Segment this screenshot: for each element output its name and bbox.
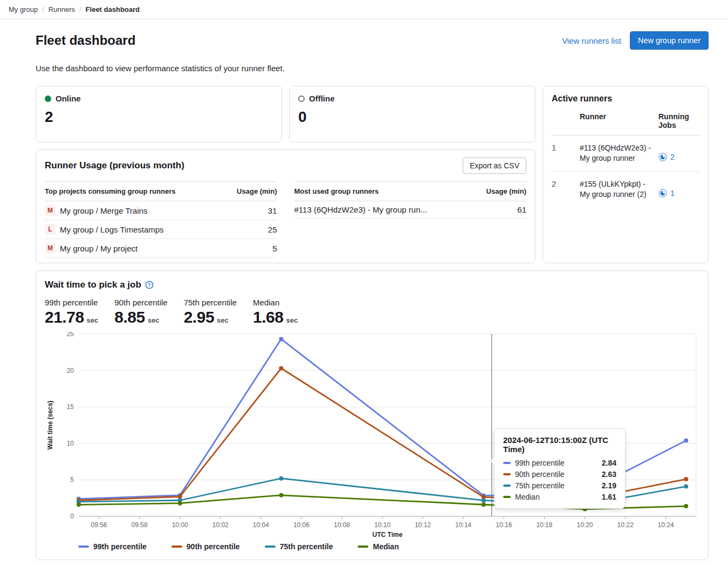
most-used-runners-table: Most used group runners Usage (min) #113…: [294, 181, 527, 258]
data-point[interactable]: [279, 493, 283, 497]
view-runners-list-link[interactable]: View runners list: [562, 36, 621, 45]
breadcrumb-my-group[interactable]: My group: [9, 5, 38, 13]
y-tick-label: 5: [70, 476, 74, 483]
chart-legend: 99th percentile90th percentile75th perce…: [45, 542, 699, 551]
x-tick-label: 10:24: [658, 521, 674, 529]
offline-count: 0: [298, 108, 526, 126]
breadcrumb-separator: /: [42, 5, 44, 13]
legend-item-99th-percentile[interactable]: 99th percentile: [78, 542, 147, 551]
col-running-jobs: Running Jobs: [658, 112, 699, 129]
stat-99th-percentile: 99th percentile21.78sec: [45, 298, 98, 326]
y-axis-label: Wait time (secs): [46, 401, 54, 450]
legend-item-75th-percentile[interactable]: 75th percentile: [265, 542, 333, 551]
table-row: M My group / Merge Trains 31: [45, 201, 277, 220]
tooltip-series-name: 99th percentile: [515, 459, 602, 467]
x-axis-label: UTC Time: [373, 531, 403, 538]
legend-label: 75th percentile: [280, 542, 333, 551]
data-point[interactable]: [279, 337, 283, 341]
offline-label: Offline: [309, 94, 335, 103]
stat-value: 8.85: [114, 308, 145, 326]
usage-min-header: Usage (min): [237, 187, 277, 195]
running-jobs-count[interactable]: 1: [670, 189, 675, 197]
series-swatch: [503, 473, 511, 475]
stat-value: 21.78: [45, 308, 84, 326]
y-tick-label: 10: [67, 440, 74, 447]
x-tick-label: 10:00: [172, 521, 188, 529]
usage-value: 31: [268, 206, 277, 215]
legend-item-median[interactable]: Median: [358, 542, 399, 551]
breadcrumb-current: Fleet dashboard: [86, 5, 140, 13]
online-status-icon: [45, 96, 51, 102]
tooltip-series-value: 2.63: [602, 470, 616, 479]
most-used-runners-header: Most used group runners: [294, 187, 486, 195]
legend-swatch: [78, 545, 89, 548]
y-tick-label: 25: [67, 332, 74, 338]
active-runner-row: 2 #155 (ULkKYpkpt) - My group runner (2)…: [552, 172, 699, 207]
stat-label: 99th percentile: [45, 298, 98, 307]
usage-value: 61: [517, 205, 526, 214]
tooltip-series-name: 75th percentile: [515, 481, 602, 490]
export-csv-button[interactable]: Export as CSV: [463, 158, 526, 174]
legend-swatch: [358, 545, 368, 548]
series-swatch: [503, 485, 511, 487]
stat-value: 2.95: [184, 308, 214, 326]
page-description: Use the dashboard to view performance st…: [36, 64, 709, 73]
legend-label: Median: [373, 542, 399, 551]
offline-status-icon: [298, 96, 305, 102]
online-runners-card: Online 2: [36, 86, 282, 142]
wait-time-chart-area: 051015202509:5609:5810:0010:0210:0410:06…: [45, 332, 699, 551]
data-point[interactable]: [279, 366, 283, 371]
project-name: My group / Merge Trains: [60, 206, 148, 215]
runner-description: #113 (6QHdzW2e3) - My group runner: [580, 143, 654, 163]
usage-value: 25: [268, 225, 277, 234]
page-title: Fleet dashboard: [36, 33, 135, 48]
tooltip-timestamp: 2024-06-12T10:15:00Z (UTC Time): [503, 435, 616, 454]
data-point[interactable]: [684, 477, 688, 481]
series-swatch: [503, 496, 511, 498]
tooltip-series-value: 2.84: [602, 459, 616, 467]
project-avatar: L: [45, 224, 56, 235]
top-projects-table: Top projects consuming group runners Usa…: [45, 181, 277, 258]
data-point[interactable]: [178, 501, 182, 506]
help-icon[interactable]: ?: [145, 281, 154, 289]
data-point[interactable]: [482, 502, 486, 507]
x-tick-label: 10:10: [374, 521, 390, 529]
x-tick-label: 09:58: [132, 521, 148, 529]
runner-description: #155 (ULkKYpkpt) - My group runner (2): [580, 179, 654, 200]
data-point[interactable]: [684, 504, 688, 508]
x-tick-label: 10:22: [617, 521, 634, 529]
offline-runners-card: Offline 0: [289, 86, 535, 142]
wait-time-title: Wait time to pick a job: [45, 279, 141, 290]
data-point[interactable]: [77, 502, 81, 507]
running-jobs-count[interactable]: 2: [670, 153, 675, 161]
data-point[interactable]: [684, 438, 688, 442]
project-avatar: M: [45, 243, 56, 254]
data-point[interactable]: [684, 485, 688, 489]
fleet-dashboard-page: Fleet dashboard View runners list New gr…: [0, 19, 728, 566]
tooltip-series-name: Median: [515, 493, 602, 501]
active-runners-card: Active runners Runner Running Jobs 1 #11…: [542, 86, 709, 263]
table-row: M My group / My project 5: [45, 239, 277, 258]
stat-value: 1.68: [253, 308, 283, 326]
chart-tooltip: 2024-06-12T10:15:00Z (UTC Time) 99th per…: [494, 428, 626, 509]
runner-rank: 2: [552, 179, 575, 188]
data-point[interactable]: [279, 476, 283, 481]
project-name: My group / My project: [60, 244, 138, 253]
data-point[interactable]: [482, 498, 486, 502]
status-running-icon: [658, 153, 667, 161]
active-runners-header: Runner Running Jobs: [552, 104, 699, 135]
stat-75th-percentile: 75th percentile2.95sec: [184, 298, 237, 326]
breadcrumb-runners[interactable]: Runners: [49, 5, 75, 13]
runner-usage-title: Runner Usage (previous month): [45, 160, 184, 171]
online-label: Online: [56, 94, 81, 103]
new-group-runner-button[interactable]: New group runner: [630, 31, 709, 50]
tooltip-series-value: 2.19: [602, 481, 616, 490]
x-tick-label: 10:14: [455, 521, 471, 529]
y-tick-label: 15: [67, 403, 74, 411]
legend-swatch: [171, 545, 182, 548]
project-avatar: M: [45, 205, 56, 216]
legend-item-90th-percentile[interactable]: 90th percentile: [171, 542, 240, 551]
online-count: 2: [45, 108, 273, 126]
stat-unit: sec: [217, 316, 229, 324]
x-tick-label: 09:56: [91, 521, 107, 529]
